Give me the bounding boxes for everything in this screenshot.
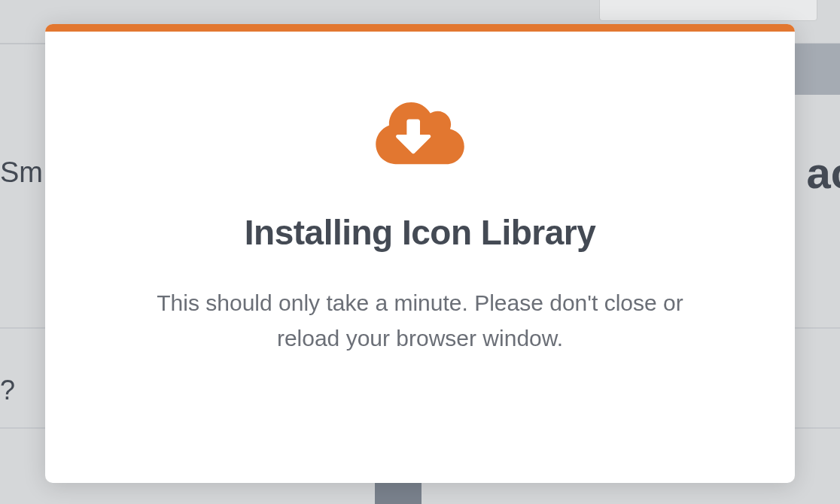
background-text-right: ac	[806, 147, 840, 198]
installing-modal: Installing Icon Library This should only…	[45, 24, 795, 483]
modal-accent-bar	[45, 24, 795, 32]
modal-title: Installing Icon Library	[245, 212, 595, 253]
background-input-field	[599, 0, 817, 21]
background-help-text: ?	[0, 375, 15, 406]
modal-description: This should only take a minute. Please d…	[119, 286, 721, 356]
cloud-download-icon	[376, 98, 464, 169]
background-text-left: Sm	[0, 156, 43, 189]
modal-content: Installing Icon Library This should only…	[45, 32, 795, 483]
